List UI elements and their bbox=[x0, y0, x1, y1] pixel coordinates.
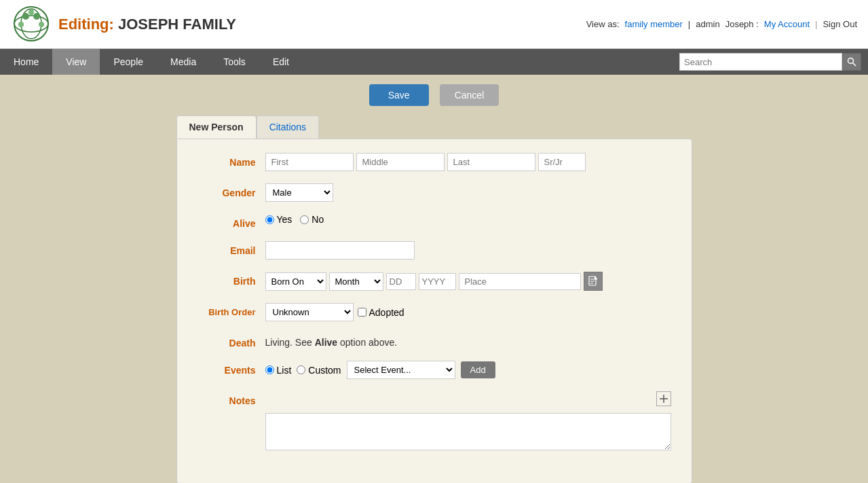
name-group bbox=[265, 153, 671, 171]
birth-month-select[interactable]: Month JanFebMar AprMayJun JulAugSep OctN… bbox=[329, 272, 383, 291]
alive-yes-radio[interactable] bbox=[265, 215, 274, 224]
search-button[interactable] bbox=[842, 53, 861, 71]
separator: | bbox=[688, 19, 690, 29]
tabs: New Person Citations bbox=[176, 115, 692, 139]
alive-row: Alive Yes No bbox=[197, 214, 671, 229]
notes-content bbox=[265, 391, 671, 450]
svg-point-7 bbox=[39, 22, 44, 27]
family-member-link[interactable]: family member bbox=[625, 19, 683, 29]
birth-dd-input[interactable] bbox=[386, 273, 416, 290]
alive-no-radio[interactable] bbox=[300, 215, 309, 224]
alive-yes-option[interactable]: Yes bbox=[265, 214, 293, 225]
add-event-button[interactable]: Add bbox=[461, 361, 495, 378]
nav-home[interactable]: Home bbox=[0, 49, 52, 75]
birth-document-button[interactable] bbox=[584, 272, 603, 291]
alive-radio-group: Yes No bbox=[265, 214, 324, 225]
search-input[interactable] bbox=[679, 53, 842, 71]
death-content: Living. See Alive option above. bbox=[265, 334, 671, 348]
notes-textarea[interactable] bbox=[265, 413, 671, 450]
top-right-nav: View as: family member | admin Joseph : … bbox=[586, 19, 857, 29]
gender-select[interactable]: Male Female Unknown bbox=[265, 183, 333, 202]
birth-row: Birth Born On About Before After Month J… bbox=[197, 272, 671, 291]
nav-media[interactable]: Media bbox=[157, 49, 210, 75]
svg-point-4 bbox=[33, 13, 40, 20]
name-row: Name bbox=[197, 153, 671, 171]
alive-label: Alive bbox=[197, 214, 265, 229]
death-label: Death bbox=[197, 334, 265, 348]
email-input[interactable] bbox=[265, 241, 415, 260]
events-custom-label: Custom bbox=[308, 365, 341, 376]
death-alive-word: Alive bbox=[315, 337, 337, 348]
name-label: Name bbox=[197, 153, 265, 168]
logo-icon bbox=[11, 5, 52, 43]
events-label: Events bbox=[197, 361, 265, 376]
svg-point-8 bbox=[848, 58, 854, 64]
middle-name-input[interactable] bbox=[356, 153, 445, 171]
events-fields: List Custom Select Event... Add bbox=[265, 361, 495, 379]
cancel-button[interactable]: Cancel bbox=[440, 84, 499, 106]
alive-no-label: No bbox=[312, 214, 324, 225]
logo-area: Editing: JOSEPH FAMILY bbox=[11, 5, 236, 43]
nav-bar: Home View People Media Tools Edit bbox=[0, 49, 868, 75]
birth-label: Birth bbox=[197, 272, 265, 287]
death-row: Death Living. See Alive option above. bbox=[197, 334, 671, 348]
srjr-name-input[interactable] bbox=[538, 153, 586, 171]
page-title: Editing: JOSEPH FAMILY bbox=[58, 16, 236, 33]
joseph-text: Joseph : bbox=[725, 19, 759, 29]
action-bar: Save Cancel bbox=[0, 75, 868, 115]
notes-label: Notes bbox=[197, 391, 265, 406]
events-list-radio[interactable] bbox=[265, 365, 274, 374]
alive-yes-label: Yes bbox=[277, 214, 293, 225]
svg-point-5 bbox=[29, 10, 34, 15]
events-list-option[interactable]: List bbox=[265, 365, 292, 376]
adopted-option[interactable]: Adopted bbox=[358, 307, 404, 318]
events-custom-radio[interactable] bbox=[297, 365, 305, 374]
document-icon bbox=[588, 276, 598, 287]
view-as-label: View as: bbox=[586, 19, 620, 29]
svg-point-6 bbox=[18, 22, 24, 27]
birth-order-select[interactable]: Unknown 1st 2nd 3rd 4th 5th bbox=[265, 303, 354, 321]
death-text-2: option above. bbox=[337, 337, 397, 348]
search-icon bbox=[847, 57, 856, 67]
adopted-checkbox[interactable] bbox=[358, 308, 366, 317]
expand-icon bbox=[660, 395, 668, 403]
event-type-select[interactable]: Select Event... bbox=[347, 361, 455, 379]
my-account-link[interactable]: My Account bbox=[764, 19, 810, 29]
death-text: Living. See Alive option above. bbox=[265, 334, 398, 348]
birth-order-content: Unknown 1st 2nd 3rd 4th 5th Adopted bbox=[265, 303, 671, 321]
notes-expand-button[interactable] bbox=[656, 391, 671, 406]
birth-place-input[interactable] bbox=[459, 273, 581, 290]
tab-citations[interactable]: Citations bbox=[257, 115, 319, 139]
first-name-input[interactable] bbox=[265, 153, 354, 171]
gender-content: Male Female Unknown bbox=[265, 183, 671, 202]
death-text-1: Living. See bbox=[265, 337, 315, 348]
svg-point-3 bbox=[22, 13, 29, 20]
tab-container: New Person Citations Name Gender Male bbox=[176, 115, 692, 483]
events-custom-option[interactable]: Custom bbox=[297, 365, 341, 376]
svg-line-9 bbox=[853, 63, 856, 67]
alive-content: Yes No bbox=[265, 214, 671, 225]
gender-row: Gender Male Female Unknown bbox=[197, 183, 671, 202]
nav-tools[interactable]: Tools bbox=[210, 49, 259, 75]
birth-type-select[interactable]: Born On About Before After bbox=[265, 272, 326, 291]
save-button[interactable]: Save bbox=[369, 84, 429, 106]
sign-out-link[interactable]: Sign Out bbox=[823, 19, 857, 29]
alive-no-option[interactable]: No bbox=[300, 214, 324, 225]
events-content: List Custom Select Event... Add bbox=[265, 361, 671, 379]
nav-view[interactable]: View bbox=[52, 49, 100, 75]
events-list-label: List bbox=[277, 365, 292, 376]
nav-edit[interactable]: Edit bbox=[259, 49, 303, 75]
search-area bbox=[679, 53, 868, 71]
email-label: Email bbox=[197, 241, 265, 256]
email-content bbox=[265, 241, 671, 260]
email-row: Email bbox=[197, 241, 671, 260]
top-bar: Editing: JOSEPH FAMILY View as: family m… bbox=[0, 0, 868, 49]
tab-new-person[interactable]: New Person bbox=[176, 115, 257, 139]
nav-people[interactable]: People bbox=[100, 49, 157, 75]
birth-yyyy-input[interactable] bbox=[419, 273, 456, 290]
sign-out-separator: | bbox=[815, 19, 817, 29]
notes-row: Notes bbox=[197, 391, 671, 450]
form-panel: Name Gender Male Female Unknown bbox=[176, 139, 692, 483]
last-name-input[interactable] bbox=[447, 153, 535, 171]
adopted-label-text: Adopted bbox=[369, 307, 404, 318]
